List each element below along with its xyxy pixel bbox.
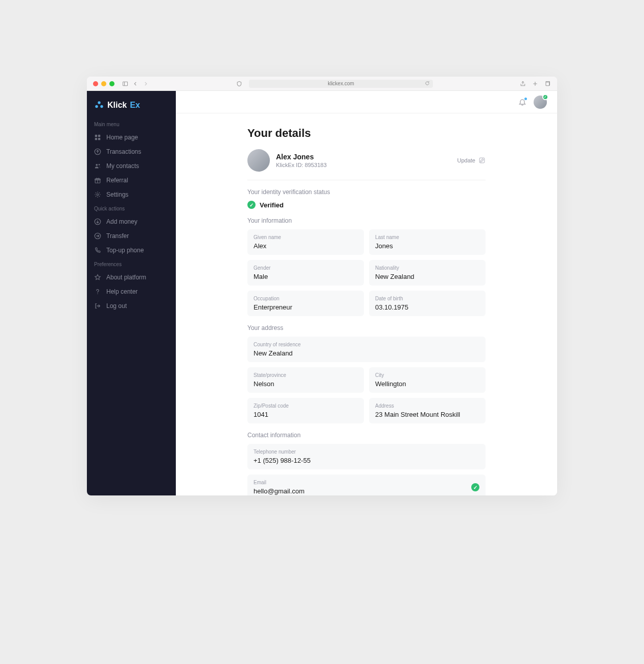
- logout-icon: [94, 302, 101, 310]
- field-given-name[interactable]: Given name Alex: [247, 229, 364, 255]
- gift-icon: [94, 177, 101, 184]
- svg-point-6: [95, 105, 98, 108]
- section-quick-label: Quick actions: [87, 202, 176, 215]
- arrow-up-circle-icon: [94, 148, 101, 155]
- field-value: Wellington: [375, 380, 479, 388]
- edit-icon: [478, 157, 486, 164]
- minimize-window-icon[interactable]: [101, 81, 106, 86]
- new-tab-icon[interactable]: [532, 81, 539, 87]
- verified-row: Verified: [247, 201, 486, 209]
- field-phone[interactable]: Telephone number +1 (525) 988-12-55: [247, 444, 486, 469]
- sidebar-item-home[interactable]: Home page: [87, 130, 176, 145]
- svg-point-7: [100, 105, 103, 108]
- address-grid: State/province Nelson City Wellington Zi…: [247, 367, 486, 423]
- field-value: Enterpreneur: [254, 303, 358, 311]
- sidebar: KlickEx Main menu Home page Transactions…: [87, 91, 176, 495]
- field-value: Nelson: [254, 380, 358, 388]
- sidebar-item-referral[interactable]: Referral: [87, 173, 176, 187]
- identity-label: Your identity verification status: [247, 188, 486, 196]
- tabs-icon[interactable]: [544, 81, 551, 87]
- maximize-window-icon[interactable]: [109, 81, 114, 86]
- url-text: klickex.com: [328, 81, 354, 86]
- field-label: Last name: [375, 234, 479, 240]
- svg-point-22: [97, 293, 98, 294]
- field-value: 23 Main Street Mount Roskill: [375, 411, 479, 418]
- brand-suffix: Ex: [130, 101, 140, 110]
- field-label: Email: [254, 480, 479, 485]
- app-shell: KlickEx Main menu Home page Transactions…: [87, 91, 557, 495]
- profile-text: Alex Jones KlickEx ID: 8953183: [276, 153, 327, 168]
- update-button[interactable]: Update: [457, 157, 486, 164]
- svg-rect-10: [98, 135, 100, 137]
- gear-icon: [94, 191, 101, 198]
- svg-rect-12: [98, 138, 100, 140]
- forward-icon[interactable]: [142, 81, 149, 86]
- refresh-icon[interactable]: [425, 81, 430, 87]
- verified-status: Verified: [260, 201, 284, 209]
- url-bar[interactable]: klickex.com: [249, 80, 433, 88]
- sidebar-item-transfer[interactable]: Transfer: [87, 229, 176, 243]
- sidebar-toggle-icon[interactable]: [122, 81, 129, 87]
- field-label: City: [375, 372, 479, 378]
- grid-icon: [94, 134, 101, 141]
- sidebar-item-label: Transfer: [106, 232, 129, 240]
- sidebar-item-help[interactable]: Help center: [87, 284, 176, 299]
- brand-logo-icon: [94, 100, 104, 110]
- field-value: New Zealand: [254, 349, 479, 357]
- notifications-icon[interactable]: [518, 98, 526, 106]
- close-window-icon[interactable]: [93, 81, 98, 86]
- sidebar-item-transactions[interactable]: Transactions: [87, 145, 176, 159]
- field-value: New Zealand: [375, 273, 479, 280]
- sidebar-item-settings[interactable]: Settings: [87, 187, 176, 202]
- field-country[interactable]: Country of residence New Zealand: [247, 337, 486, 362]
- sidebar-item-label: Settings: [106, 191, 128, 198]
- field-email[interactable]: Email hello@gmail.com: [247, 475, 486, 495]
- contact-label: Contact information: [247, 432, 486, 439]
- field-gender[interactable]: Gender Male: [247, 260, 364, 286]
- sidebar-item-label: Home page: [106, 134, 138, 141]
- profile-id: KlickEx ID: 8953183: [276, 162, 327, 168]
- field-address[interactable]: Address 23 Main Street Mount Roskill: [369, 398, 486, 423]
- main-area: Your details Alex Jones KlickEx ID: 8953…: [176, 91, 557, 495]
- field-last-name[interactable]: Last name Jones: [369, 229, 486, 255]
- sidebar-item-contacts[interactable]: My contacts: [87, 159, 176, 173]
- field-nationality[interactable]: Nationality New Zealand: [369, 260, 486, 286]
- back-icon[interactable]: [132, 81, 139, 86]
- phone-icon: [94, 247, 101, 254]
- sidebar-item-addmoney[interactable]: Add money: [87, 215, 176, 229]
- page-title: Your details: [247, 127, 486, 140]
- field-dob[interactable]: Date of birth 03.10.1975: [369, 291, 486, 316]
- sidebar-item-label: Referral: [106, 177, 128, 184]
- browser-window: klickex.com KlickEx Main menu: [87, 77, 557, 495]
- email-verified-icon: [471, 483, 479, 491]
- sidebar-item-label: About platform: [106, 274, 146, 281]
- sidebar-item-about[interactable]: About platform: [87, 270, 176, 284]
- sidebar-item-topup[interactable]: Top-up phone: [87, 243, 176, 257]
- field-state[interactable]: State/province Nelson: [247, 367, 364, 393]
- svg-rect-11: [95, 138, 97, 140]
- info-grid: Given name Alex Last name Jones Gender M…: [247, 229, 486, 316]
- field-zip[interactable]: Zip/Postal code 1041: [247, 398, 364, 423]
- field-label: Telephone number: [254, 449, 479, 455]
- field-occupation[interactable]: Occupation Enterpreneur: [247, 291, 364, 316]
- sidebar-item-label: Add money: [106, 218, 137, 225]
- svg-rect-18: [95, 179, 101, 180]
- sidebar-item-logout[interactable]: Log out: [87, 299, 176, 313]
- brand-name: Klick: [107, 101, 127, 110]
- share-icon[interactable]: [519, 81, 526, 87]
- field-city[interactable]: City Wellington: [369, 367, 486, 393]
- field-value: 03.10.1975: [375, 303, 479, 311]
- sidebar-item-label: Help center: [106, 288, 137, 295]
- address-label: Your address: [247, 324, 486, 331]
- svg-point-14: [96, 164, 98, 166]
- svg-point-15: [99, 164, 100, 165]
- traffic-lights: [93, 81, 114, 86]
- field-value: +1 (525) 988-12-55: [254, 457, 479, 464]
- sidebar-item-label: Top-up phone: [106, 247, 144, 254]
- field-label: Country of residence: [254, 342, 479, 347]
- svg-point-8: [98, 104, 100, 106]
- svg-rect-0: [123, 82, 128, 86]
- shield-icon[interactable]: [236, 81, 243, 87]
- user-avatar[interactable]: [534, 96, 547, 109]
- content-scroll: Your details Alex Jones KlickEx ID: 8953…: [176, 113, 557, 495]
